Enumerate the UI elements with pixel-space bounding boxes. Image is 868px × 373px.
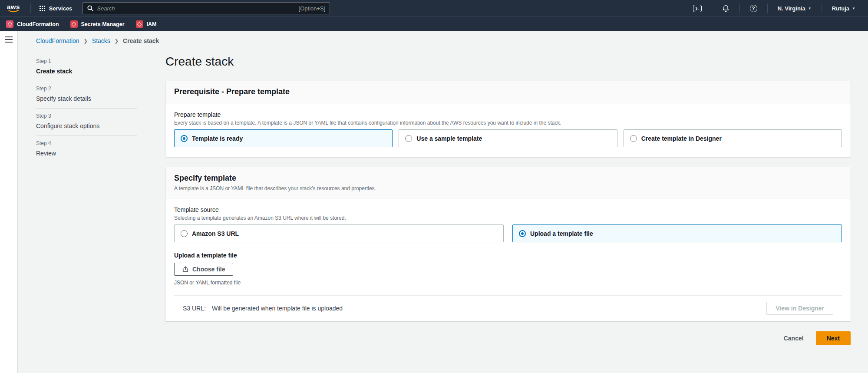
next-button[interactable]: Next xyxy=(816,331,851,345)
nav-divider xyxy=(822,3,822,13)
radio-selected-icon xyxy=(519,230,526,237)
step-number: Step 4 xyxy=(36,140,137,146)
cancel-button[interactable]: Cancel xyxy=(784,335,804,342)
choose-file-label: Choose file xyxy=(192,266,225,273)
step-label: Create stack xyxy=(36,68,137,75)
s3-url-value: Will be generated when template file is … xyxy=(212,305,343,312)
breadcrumb-cloudformation[interactable]: CloudFormation xyxy=(36,37,79,44)
step-number: Step 1 xyxy=(36,58,137,64)
nav-divider xyxy=(30,3,31,13)
aws-smile-icon xyxy=(8,10,19,13)
favorite-iam[interactable]: IAM xyxy=(136,20,157,28)
favorite-cloudformation[interactable]: CloudFormation xyxy=(6,20,59,28)
cloudshell-button[interactable]: ❯. xyxy=(687,0,707,17)
specify-template-card: Specify template A template is a JSON or… xyxy=(165,167,851,321)
services-menu-button[interactable]: Services xyxy=(35,0,77,17)
radio-unselected-icon xyxy=(405,135,412,142)
breadcrumb-chevron-icon: ❯ xyxy=(84,38,88,44)
top-navigation-bar: aws Services [Option+S] ❯. ? N. Virginia… xyxy=(0,0,868,17)
chevron-down-icon: ▼ xyxy=(852,7,855,10)
step-number: Step 3 xyxy=(36,113,137,119)
radio-tile-use-sample-template[interactable]: Use a sample template xyxy=(399,129,617,147)
radio-tile-label: Upload a template file xyxy=(530,230,593,237)
radio-unselected-icon xyxy=(181,230,188,237)
secrets-manager-icon xyxy=(70,20,78,28)
topnav-right-group: ❯. ? N. Virginia ▼ Rutuja ▼ xyxy=(687,0,861,17)
notifications-bell-icon xyxy=(722,4,729,12)
prepare-template-description: Every stack is based on a template. A te… xyxy=(174,120,842,126)
favorite-label: Secrets Manager xyxy=(81,21,125,27)
radio-tile-create-template-in-designer[interactable]: Create template in Designer xyxy=(624,129,842,147)
side-rail xyxy=(0,31,18,373)
prerequisite-card: Prerequisite - Prepare template Prepare … xyxy=(165,81,851,157)
template-source-label: Template source xyxy=(174,206,842,213)
template-source-options: Amazon S3 URL Upload a template file xyxy=(174,224,842,242)
radio-tile-template-is-ready[interactable]: Template is ready xyxy=(174,129,393,147)
cloudformation-icon xyxy=(6,20,13,28)
favorite-label: CloudFormation xyxy=(17,21,59,27)
radio-tile-label: Template is ready xyxy=(192,135,243,142)
radio-tile-label: Amazon S3 URL xyxy=(192,230,239,237)
s3-url-row: S3 URL: Will be generated when template … xyxy=(183,305,343,312)
specify-template-card-header: Specify template A template is a JSON or… xyxy=(165,167,851,198)
aws-logo[interactable]: aws xyxy=(7,4,20,13)
cloudshell-terminal-icon: ❯. xyxy=(693,5,702,12)
step-label: Review xyxy=(36,150,137,157)
prerequisite-card-header: Prerequisite - Prepare template xyxy=(165,81,851,103)
upload-template-block: Upload a template file Choose file JSON … xyxy=(174,252,842,286)
choose-file-button[interactable]: Choose file xyxy=(174,263,233,276)
radio-selected-icon xyxy=(181,135,188,142)
s3-url-label: S3 URL: xyxy=(183,305,206,312)
specify-template-title: Specify template xyxy=(174,174,842,183)
prepare-template-label: Prepare template xyxy=(174,111,842,118)
account-label: Rutuja xyxy=(832,5,849,12)
step-label: Configure stack options xyxy=(36,122,137,129)
upload-template-label: Upload a template file xyxy=(174,252,842,259)
radio-tile-amazon-s3-url[interactable]: Amazon S3 URL xyxy=(174,224,504,242)
specify-template-footer: S3 URL: Will be generated when template … xyxy=(174,295,842,321)
hamburger-menu-icon[interactable] xyxy=(5,36,13,43)
nav-divider xyxy=(739,3,740,13)
radio-tile-label: Create template in Designer xyxy=(641,135,722,142)
app-body: CloudFormation ❯ Stacks ❯ Create stack S… xyxy=(0,31,868,373)
global-search-box[interactable]: [Option+S] xyxy=(83,2,330,14)
wizard-steps-nav: Step 1 Create stack Step 2 Specify stack… xyxy=(36,54,137,354)
breadcrumb-current: Create stack xyxy=(123,37,159,44)
search-shortcut-hint: [Option+S] xyxy=(299,5,326,12)
upload-icon xyxy=(182,266,188,272)
services-label: Services xyxy=(49,5,73,12)
breadcrumb: CloudFormation ❯ Stacks ❯ Create stack xyxy=(36,37,851,44)
prerequisite-card-body: Prepare template Every stack is based on… xyxy=(165,103,851,157)
notifications-button[interactable] xyxy=(716,0,735,17)
step-item-configure-stack-options[interactable]: Step 3 Configure stack options xyxy=(36,108,137,135)
page-title: Create stack xyxy=(165,55,851,69)
breadcrumb-stacks[interactable]: Stacks xyxy=(92,37,110,44)
content-area: CloudFormation ❯ Stacks ❯ Create stack S… xyxy=(18,31,868,373)
specify-template-description: A template is a JSON or YAML file that d… xyxy=(174,185,842,191)
chevron-down-icon: ▼ xyxy=(808,7,812,10)
step-item-review[interactable]: Step 4 Review xyxy=(36,135,137,163)
help-icon: ? xyxy=(750,5,757,12)
step-item-create-stack[interactable]: Step 1 Create stack xyxy=(36,54,137,81)
aws-logo-text: aws xyxy=(7,4,20,10)
upload-format-hint: JSON or YAML formatted file xyxy=(174,280,842,286)
view-in-designer-button[interactable]: View in Designer xyxy=(766,302,833,315)
radio-unselected-icon xyxy=(630,135,637,142)
template-source-description: Selecting a template generates an Amazon… xyxy=(174,215,842,221)
radio-tile-label: Use a sample template xyxy=(416,135,482,142)
services-grid-icon xyxy=(40,6,45,11)
prepare-template-options: Template is ready Use a sample template … xyxy=(174,129,842,147)
favorite-secrets-manager[interactable]: Secrets Manager xyxy=(70,20,125,28)
region-selector[interactable]: N. Virginia ▼ xyxy=(772,0,817,17)
radio-tile-upload-template-file[interactable]: Upload a template file xyxy=(512,224,842,242)
help-button[interactable]: ? xyxy=(744,0,763,17)
nav-divider xyxy=(767,3,768,13)
favorites-bar: CloudFormation Secrets Manager IAM xyxy=(0,17,868,31)
breadcrumb-chevron-icon: ❯ xyxy=(115,38,119,44)
region-label: N. Virginia xyxy=(778,5,805,12)
step-item-specify-stack-details[interactable]: Step 2 Specify stack details xyxy=(36,81,137,108)
account-menu[interactable]: Rutuja ▼ xyxy=(826,0,861,17)
main-column: Create stack Prerequisite - Prepare temp… xyxy=(165,54,851,354)
specify-template-card-body: Template source Selecting a template gen… xyxy=(165,198,851,321)
search-input[interactable] xyxy=(97,5,295,12)
